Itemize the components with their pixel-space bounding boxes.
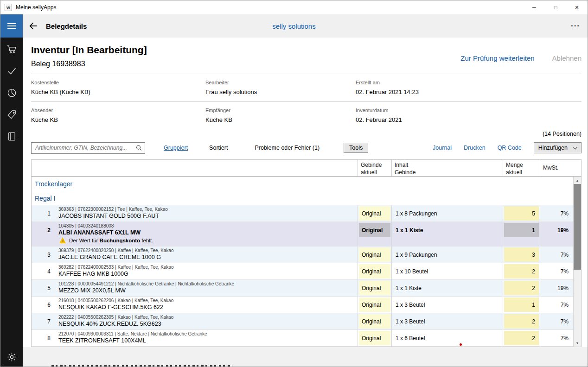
print-link[interactable]: Drucken bbox=[464, 145, 486, 151]
menge-column: 5 bbox=[503, 205, 540, 221]
tools-button[interactable]: Tools bbox=[344, 143, 368, 153]
menge-column: 1 bbox=[503, 222, 540, 246]
menge-cell[interactable]: 2 bbox=[504, 281, 539, 295]
grouped-toggle[interactable]: Gruppiert bbox=[164, 145, 188, 151]
qr-code-link[interactable]: QR Code bbox=[498, 145, 522, 151]
menge-cell[interactable]: 5 bbox=[504, 206, 539, 221]
table-row[interactable]: 6 216018 | 04005500262206 | Kakao | Kaff… bbox=[32, 297, 573, 313]
info-value: 02. Februar 2021 bbox=[356, 116, 582, 123]
reject-button[interactable]: Ablehnen bbox=[552, 54, 582, 62]
inhalt-column: 1 x 3 Beutel bbox=[391, 313, 503, 329]
app-window: w Meine sellyApps ─ □ ✕ Belegdetails sel… bbox=[0, 0, 588, 367]
inhalt-cell: 1 x 1 Kiste bbox=[396, 280, 503, 296]
sidebar-item-tasks[interactable] bbox=[0, 60, 23, 82]
search-input[interactable] bbox=[35, 145, 135, 151]
appbar: Belegdetails selly solutions ··· bbox=[0, 14, 588, 38]
journal-link[interactable]: Journal bbox=[433, 145, 452, 151]
table-scrollbar[interactable]: ▲ ▼ bbox=[573, 177, 581, 347]
gebinde-cell[interactable]: Original bbox=[359, 247, 390, 262]
header-mwst: MwSt. bbox=[540, 160, 573, 176]
sidebar-item-labels[interactable] bbox=[0, 104, 23, 126]
info-erstellt-am: Erstellt am 02. Februar 2021 14:23 bbox=[356, 80, 582, 95]
warning-icon: ! bbox=[59, 237, 66, 243]
search-icon[interactable] bbox=[135, 145, 142, 152]
article-meta: 216018 | 04005500262206 | Kakao | Kaffee… bbox=[58, 298, 354, 303]
sidebar-item-cart[interactable] bbox=[0, 38, 23, 60]
sidebar-item-reports[interactable] bbox=[0, 82, 23, 104]
info-value: Küche KB bbox=[31, 116, 205, 123]
toolbar: Gruppiert Sortiert Probleme oder Fehler … bbox=[31, 142, 582, 154]
group-row[interactable]: Regal I bbox=[32, 191, 573, 205]
forward-for-review-button[interactable]: Zur Prüfung weiterleiten bbox=[460, 54, 534, 62]
positions-table: Gebinde aktuell Inhalt Gebinde Menge akt… bbox=[31, 159, 582, 347]
menge-cell[interactable]: 2 bbox=[504, 331, 539, 345]
mwst-cell: 7% bbox=[540, 330, 569, 346]
menge-cell[interactable]: 2 bbox=[504, 314, 539, 329]
inhalt-cell: 1 x 10 Beutel bbox=[396, 263, 503, 279]
gebinde-cell[interactable]: Original bbox=[359, 331, 390, 345]
article-cell: 369363 | 07622300002152 | Tee | Kaffee, … bbox=[55, 205, 358, 221]
table-row[interactable]: 3 369379 | 07622400820250 | Kaffee | Kaf… bbox=[32, 247, 573, 263]
article-name: MEZZO MIX 20X0,5L MW bbox=[58, 287, 354, 294]
menge-column: 2 bbox=[503, 263, 540, 279]
menge-cell[interactable]: 2 bbox=[504, 264, 539, 278]
mwst-column: 7% bbox=[540, 297, 573, 313]
group-row[interactable]: Trockenlager bbox=[32, 177, 573, 191]
row-number: 7 bbox=[32, 313, 51, 329]
table-row[interactable]: 8 212070 | 04009300003311 | Säfte, Nekta… bbox=[32, 330, 573, 347]
inhalt-column: 1 x 9 Packungen bbox=[391, 247, 503, 263]
article-name: TEEK ZITRONENSAFT 100X4ML bbox=[58, 337, 354, 344]
problems-filter[interactable]: Probleme oder Fehler (1) bbox=[255, 145, 320, 151]
article-cell: 212070 | 04009300003311 | Säfte, Nektare… bbox=[55, 330, 358, 346]
menge-cell[interactable]: 3 bbox=[504, 247, 539, 262]
hamburger-menu-button[interactable] bbox=[0, 14, 23, 38]
positions-count: (14 Positionen) bbox=[31, 131, 582, 137]
scroll-up-arrow[interactable]: ▲ bbox=[576, 177, 579, 183]
row-number-cell: 8 bbox=[32, 330, 55, 346]
row-number-cell: 7 bbox=[32, 313, 55, 329]
more-options-button[interactable]: ··· bbox=[563, 21, 588, 31]
article-name: NESQUIK KAKAO F-GESCHM.5KG 622 bbox=[58, 304, 354, 310]
gebinde-cell[interactable]: Original bbox=[359, 206, 390, 221]
menge-cell[interactable]: 1 bbox=[504, 223, 539, 237]
search-box[interactable] bbox=[31, 142, 145, 154]
article-meta: 104305 | 04003240188008 bbox=[58, 223, 354, 228]
check-icon bbox=[6, 66, 17, 76]
gebinde-cell[interactable]: Original bbox=[359, 297, 390, 312]
sidebar-item-journal[interactable] bbox=[0, 126, 23, 147]
mwst-cell: 19% bbox=[540, 280, 569, 296]
add-button-label: Hinzufügen bbox=[538, 145, 568, 151]
gebinde-cell[interactable]: Original bbox=[359, 281, 390, 295]
scrollbar-thumb[interactable] bbox=[574, 184, 581, 270]
sorted-toggle[interactable]: Sortiert bbox=[209, 145, 228, 151]
minimize-button[interactable]: ─ bbox=[524, 0, 545, 14]
back-button[interactable] bbox=[23, 14, 44, 38]
table-row[interactable]: 7 202222 | 04005500262305 | Kakao | Kaff… bbox=[32, 313, 573, 330]
scroll-down-arrow[interactable]: ▼ bbox=[576, 341, 579, 347]
add-button[interactable]: Hinzufügen bbox=[534, 142, 582, 153]
table-row[interactable]: 1 369363 | 07622300002152 | Tee | Kaffee… bbox=[32, 205, 573, 222]
close-button[interactable]: ✕ bbox=[566, 0, 588, 14]
sidebar bbox=[0, 38, 23, 367]
gebinde-cell[interactable]: Original bbox=[359, 314, 390, 329]
row-number-cell: 5 bbox=[32, 280, 55, 296]
table-row[interactable]: 5 101228 | 00000054491212 | Nichtalkohol… bbox=[32, 280, 573, 297]
gebinde-cell[interactable]: Original bbox=[359, 264, 390, 278]
mwst-cell: 7% bbox=[540, 263, 569, 279]
article-meta: 369282 | 07622400002533 | Kaffee | Kaffe… bbox=[58, 265, 354, 270]
table-row[interactable]: 4 369282 | 07622400002533 | Kaffee | Kaf… bbox=[32, 263, 573, 280]
sidebar-item-settings[interactable] bbox=[0, 346, 23, 367]
info-label: Bearbeiter bbox=[205, 80, 356, 85]
row-number-cell: 2 bbox=[32, 222, 55, 246]
table-row[interactable]: 2 104305 | 04003240188008 ALBI ANANASSAF… bbox=[32, 222, 573, 247]
gebinde-cell[interactable]: Original bbox=[359, 223, 390, 237]
article-name: KAFFEE HAG MKB 1000G bbox=[58, 271, 354, 277]
article-cell: 216018 | 04005500262206 | Kakao | Kaffee… bbox=[55, 297, 358, 313]
article-name: ALBI ANANASSAFT 6X1L MW bbox=[58, 229, 354, 236]
info-label: Erstellt am bbox=[356, 80, 582, 85]
row-number: 5 bbox=[32, 280, 51, 296]
toolbar-right: Journal Drucken QR Code Hinzufügen bbox=[433, 142, 582, 153]
maximize-button[interactable]: □ bbox=[545, 0, 566, 14]
gebinde-column: Original bbox=[358, 280, 391, 296]
menge-cell[interactable]: 1 bbox=[504, 297, 539, 312]
